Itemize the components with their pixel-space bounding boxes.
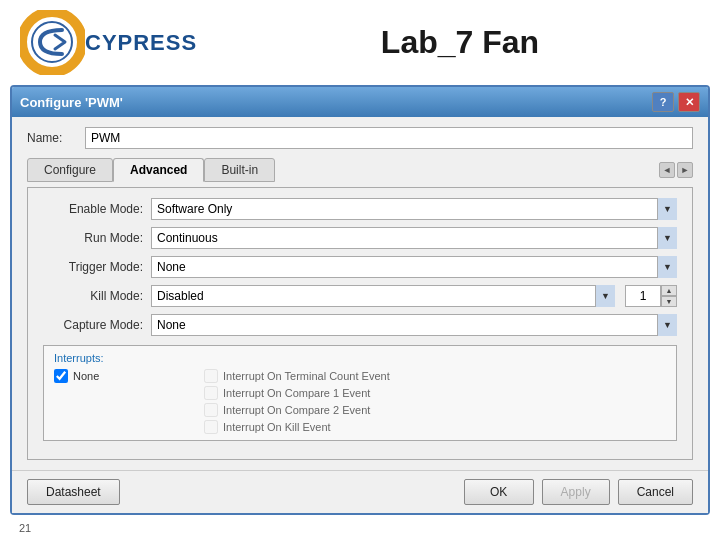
interrupt-spacer-3 [54, 420, 194, 434]
tab-nav-arrows: ◄ ► [659, 162, 693, 181]
interrupt-kill-row: Interrupt On Kill Event [204, 420, 666, 434]
dialog-title: Configure 'PWM' [20, 95, 123, 110]
trigger-mode-row: Trigger Mode: None ▼ [43, 256, 677, 278]
capture-mode-label: Capture Mode: [43, 318, 143, 332]
trigger-mode-select-wrapper: None ▼ [151, 256, 677, 278]
interrupt-compare2-checkbox[interactable] [204, 403, 218, 417]
page-number: 21 [15, 521, 35, 535]
help-button[interactable]: ? [652, 92, 674, 112]
run-mode-select[interactable]: Continuous [151, 227, 677, 249]
kill-mode-label: Kill Mode: [43, 289, 143, 303]
kill-mode-select[interactable]: Disabled [151, 285, 615, 307]
tab-builtin[interactable]: Built-in [204, 158, 275, 182]
interrupt-kill-label: Interrupt On Kill Event [223, 421, 331, 433]
tab-advanced[interactable]: Advanced [113, 158, 204, 182]
dialog-controls: ? ✕ [652, 92, 700, 112]
enable-mode-row: Enable Mode: Software Only ▼ [43, 198, 677, 220]
kill-number-field: ▲ ▼ [625, 285, 677, 307]
dialog-titlebar: Configure 'PWM' ? ✕ [12, 87, 708, 117]
capture-mode-select-wrapper: None ▼ [151, 314, 677, 336]
kill-mode-select-wrapper: Disabled ▼ [151, 285, 615, 307]
interrupt-spacer-2 [54, 403, 194, 417]
interrupt-none-row: None [54, 369, 194, 383]
enable-mode-label: Enable Mode: [43, 202, 143, 216]
page-title: Lab_7 Fan [280, 24, 700, 61]
capture-mode-select[interactable]: None [151, 314, 677, 336]
run-mode-label: Run Mode: [43, 231, 143, 245]
logo-area: CYPRESS [20, 10, 280, 75]
name-row: Name: [27, 127, 693, 149]
interrupts-section: Interrupts: None Interrupt On Terminal C… [43, 345, 677, 441]
kill-spin-up[interactable]: ▲ [661, 285, 677, 296]
enable-mode-select[interactable]: Software Only [151, 198, 677, 220]
interrupt-spacer-1 [54, 386, 194, 400]
dialog-footer: Datasheet OK Apply Cancel [12, 470, 708, 513]
interrupts-grid: None Interrupt On Terminal Count Event I… [54, 369, 666, 434]
interrupt-compare2-label: Interrupt On Compare 2 Event [223, 404, 370, 416]
apply-button[interactable]: Apply [542, 479, 610, 505]
interrupt-compare2-row: Interrupt On Compare 2 Event [204, 403, 666, 417]
dialog-body: Name: Configure Advanced Built-in ◄ ► En… [12, 117, 708, 470]
interrupts-title: Interrupts: [54, 352, 666, 364]
name-label: Name: [27, 131, 77, 145]
tab-prev-arrow[interactable]: ◄ [659, 162, 675, 178]
trigger-mode-label: Trigger Mode: [43, 260, 143, 274]
tabs-row: Configure Advanced Built-in ◄ ► [27, 157, 693, 181]
interrupt-compare1-row: Interrupt On Compare 1 Event [204, 386, 666, 400]
advanced-tab-panel: Enable Mode: Software Only ▼ Run Mode: C… [27, 187, 693, 460]
interrupt-kill-checkbox[interactable] [204, 420, 218, 434]
cancel-button[interactable]: Cancel [618, 479, 693, 505]
name-input[interactable] [85, 127, 693, 149]
tab-configure[interactable]: Configure [27, 158, 113, 182]
kill-spin-down[interactable]: ▼ [661, 296, 677, 307]
kill-mode-controls: Disabled ▼ ▲ ▼ [151, 285, 677, 307]
run-mode-select-wrapper: Continuous ▼ [151, 227, 677, 249]
enable-mode-select-wrapper: Software Only ▼ [151, 198, 677, 220]
configure-dialog: Configure 'PWM' ? ✕ Name: Configure Adva… [10, 85, 710, 515]
run-mode-row: Run Mode: Continuous ▼ [43, 227, 677, 249]
ok-button[interactable]: OK [464, 479, 534, 505]
trigger-mode-select[interactable]: None [151, 256, 677, 278]
capture-mode-row: Capture Mode: None ▼ [43, 314, 677, 336]
interrupt-compare1-checkbox[interactable] [204, 386, 218, 400]
interrupt-none-label: None [73, 370, 99, 382]
header: CYPRESS Lab_7 Fan [0, 0, 720, 85]
interrupt-terminal-count-label: Interrupt On Terminal Count Event [223, 370, 390, 382]
interrupt-terminal-count-checkbox[interactable] [204, 369, 218, 383]
datasheet-button[interactable]: Datasheet [27, 479, 120, 505]
close-button[interactable]: ✕ [678, 92, 700, 112]
kill-mode-row: Kill Mode: Disabled ▼ ▲ ▼ [43, 285, 677, 307]
logo-text: CYPRESS [85, 30, 197, 56]
svg-point-1 [30, 20, 74, 64]
cypress-logo [20, 10, 85, 75]
kill-number-input[interactable] [625, 285, 661, 307]
interrupt-compare1-label: Interrupt On Compare 1 Event [223, 387, 370, 399]
interrupt-none-checkbox[interactable] [54, 369, 68, 383]
interrupt-terminal-count-row: Interrupt On Terminal Count Event [204, 369, 666, 383]
tab-next-arrow[interactable]: ► [677, 162, 693, 178]
